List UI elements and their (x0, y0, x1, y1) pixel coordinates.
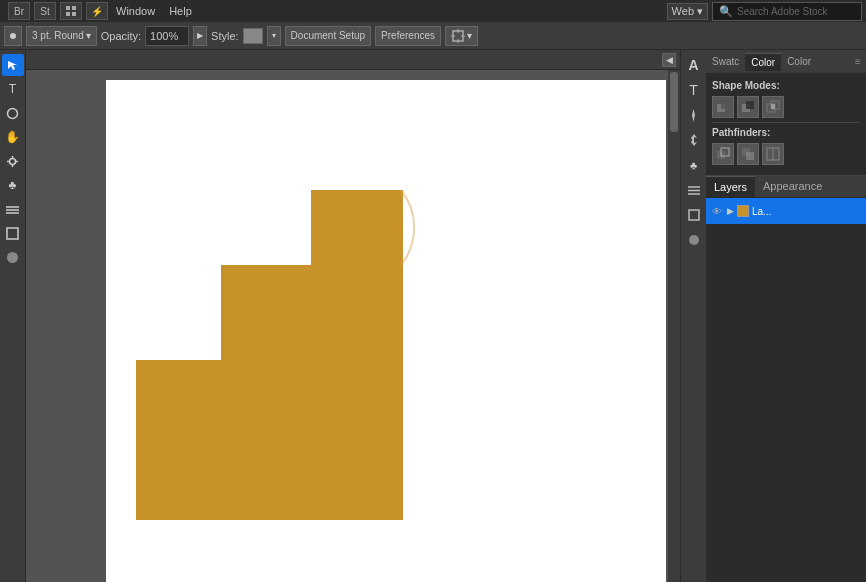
panel-tool-nudge[interactable] (683, 129, 705, 151)
right-panel: Swatc Color Color ≡ Shape Modes: (706, 50, 866, 582)
lightning-icon[interactable]: ⚡ (86, 2, 108, 20)
tool-hand[interactable]: ✋ (2, 126, 24, 148)
panel-divider (712, 122, 860, 123)
panel-tool-rect-outline[interactable] (683, 204, 705, 226)
search-bar[interactable]: 🔍 Search Adobe Stock (712, 2, 862, 21)
panel-tool-A[interactable]: A (683, 54, 705, 76)
tab-appearance[interactable]: Appearance (755, 176, 830, 197)
canvas-wrapper (26, 70, 680, 582)
chevron-down-icon: ▾ (86, 30, 91, 41)
panel-expand-icon[interactable]: ≡ (850, 54, 866, 70)
opacity-input[interactable] (145, 26, 189, 46)
preferences-button[interactable]: Preferences (375, 26, 441, 46)
tab-layers[interactable]: Layers (706, 176, 755, 197)
menu-bar: Br St ⚡ Window Help Web ▾ 🔍 Search Adobe… (0, 0, 866, 22)
svg-rect-1 (72, 6, 76, 10)
canvas-top-bar: ◀ (26, 50, 680, 70)
panel-top-tabs: Swatc Color Color ≡ (706, 50, 866, 74)
pathfinder-divide-btn[interactable] (712, 143, 734, 165)
right-sidebar: A T ♣ (680, 50, 706, 582)
menu-window[interactable]: Window (110, 3, 161, 19)
tool-move[interactable] (2, 150, 24, 172)
layout-icon[interactable] (60, 2, 82, 20)
bridge-icon[interactable]: Br (8, 2, 30, 20)
svg-point-11 (10, 158, 16, 164)
svg-rect-29 (689, 210, 699, 220)
tab-color[interactable]: Color (745, 53, 781, 71)
tab-color2[interactable]: Color (781, 53, 817, 70)
svg-rect-41 (746, 152, 754, 160)
shape-modes-section: Shape Modes: (706, 74, 866, 175)
pathfinders-title: Pathfinders: (712, 127, 860, 138)
svg-rect-3 (72, 12, 76, 16)
panel-tool-pen[interactable] (683, 104, 705, 126)
staircase-shape (136, 190, 416, 550)
pathfinders-icons (712, 143, 860, 165)
left-toolbar: T ✋ ♣ (0, 50, 26, 582)
tool-ellipse[interactable] (2, 102, 24, 124)
tool-circle-filled[interactable] (2, 246, 24, 268)
stock-icon[interactable]: St (34, 2, 56, 20)
svg-point-10 (8, 108, 18, 118)
shape-unite-btn[interactable] (712, 96, 734, 118)
opacity-label: Opacity: (101, 30, 141, 42)
menu-help[interactable]: Help (163, 3, 198, 19)
svg-marker-9 (8, 61, 17, 70)
svg-rect-2 (66, 12, 70, 16)
tool-align[interactable] (2, 198, 24, 220)
svg-rect-37 (771, 104, 775, 109)
panel-tool-join[interactable]: ♣ (683, 154, 705, 176)
toolbar: 3 pt. Round ▾ Opacity: ▶ Style: ▾ Docume… (0, 22, 866, 50)
web-dropdown[interactable]: Web ▾ (667, 3, 708, 20)
brush-size-display (4, 26, 22, 46)
pathfinder-trim-btn[interactable] (737, 143, 759, 165)
svg-point-30 (689, 235, 699, 245)
opacity-arrow[interactable]: ▶ (193, 26, 207, 46)
tab-swatches[interactable]: Swatc (706, 53, 745, 70)
shape-modes-title: Shape Modes: (712, 80, 860, 91)
tool-text[interactable]: T (2, 78, 24, 100)
pathfinder-merge-btn[interactable] (762, 143, 784, 165)
search-icon: 🔍 (719, 5, 733, 18)
document-setup-button[interactable]: Document Setup (285, 26, 372, 46)
layer-visibility-icon[interactable]: 👁 (710, 204, 724, 218)
layer-expand-icon[interactable]: ▶ (727, 206, 734, 216)
tool-symbol[interactable]: ♣ (2, 174, 24, 196)
brush-label: 3 pt. Round (32, 30, 84, 41)
scrollbar-thumb[interactable] (670, 72, 678, 132)
panel-tool-disc[interactable] (683, 229, 705, 251)
svg-rect-32 (721, 101, 729, 109)
svg-rect-0 (66, 6, 70, 10)
main-layout: T ✋ ♣ (0, 50, 866, 582)
app-icons: Br St ⚡ (8, 2, 108, 20)
style-label: Style: (211, 30, 239, 42)
artboard (106, 80, 666, 582)
style-swatch[interactable] (243, 28, 263, 44)
brush-selector[interactable]: 3 pt. Round ▾ (26, 26, 97, 46)
shape-modes-icons (712, 96, 860, 118)
chevron-down-icon: ▾ (467, 30, 472, 41)
svg-rect-19 (7, 228, 18, 239)
style-arrow[interactable]: ▾ (267, 26, 281, 46)
web-selector: Web ▾ 🔍 Search Adobe Stock (667, 2, 862, 21)
chevron-down-icon: ▾ (697, 5, 703, 18)
vertical-scrollbar[interactable] (668, 70, 680, 582)
canvas-area: ◀ (26, 50, 680, 582)
collapse-panel-button[interactable]: ◀ (662, 53, 676, 67)
layer-row[interactable]: 👁 ▶ La... (706, 198, 866, 224)
panel-tool-lines[interactable] (683, 179, 705, 201)
tool-rect[interactable] (2, 222, 24, 244)
shape-minus-btn[interactable] (737, 96, 759, 118)
svg-rect-22 (221, 265, 403, 360)
svg-rect-21 (311, 190, 403, 265)
svg-point-20 (7, 252, 18, 263)
shape-intersect-btn[interactable] (762, 96, 784, 118)
svg-rect-23 (136, 360, 403, 520)
bottom-tabs: Layers Appearance (706, 176, 866, 198)
tool-arrow[interactable] (2, 54, 24, 76)
svg-rect-34 (746, 101, 754, 109)
panel-tool-T[interactable]: T (683, 79, 705, 101)
transform-icon-btn[interactable]: ▾ (445, 26, 478, 46)
layer-name-label: La... (752, 206, 862, 217)
layer-color-swatch (737, 205, 749, 217)
